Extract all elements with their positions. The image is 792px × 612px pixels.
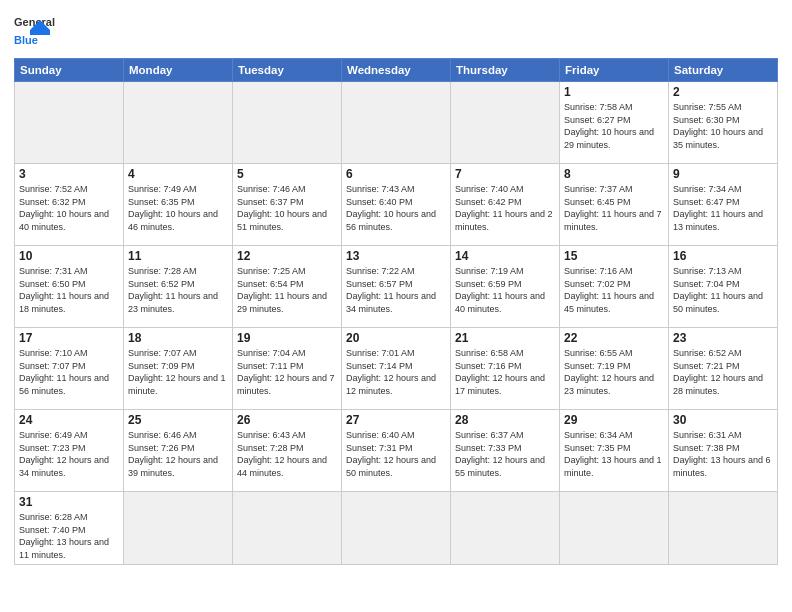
calendar-cell — [233, 82, 342, 164]
day-info: Sunrise: 7:07 AM Sunset: 7:09 PM Dayligh… — [128, 347, 228, 397]
day-number: 27 — [346, 413, 446, 427]
calendar-cell — [124, 82, 233, 164]
calendar-cell — [451, 492, 560, 565]
day-info: Sunrise: 7:52 AM Sunset: 6:32 PM Dayligh… — [19, 183, 119, 233]
calendar-cell — [342, 492, 451, 565]
page: General Blue SundayMondayTuesdayWednesda… — [0, 0, 792, 612]
day-info: Sunrise: 7:34 AM Sunset: 6:47 PM Dayligh… — [673, 183, 773, 233]
day-info: Sunrise: 7:16 AM Sunset: 7:02 PM Dayligh… — [564, 265, 664, 315]
day-number: 16 — [673, 249, 773, 263]
day-info: Sunrise: 7:46 AM Sunset: 6:37 PM Dayligh… — [237, 183, 337, 233]
day-number: 15 — [564, 249, 664, 263]
day-number: 9 — [673, 167, 773, 181]
calendar-cell: 28Sunrise: 6:37 AM Sunset: 7:33 PM Dayli… — [451, 410, 560, 492]
calendar-cell: 7Sunrise: 7:40 AM Sunset: 6:42 PM Daylig… — [451, 164, 560, 246]
calendar-cell: 27Sunrise: 6:40 AM Sunset: 7:31 PM Dayli… — [342, 410, 451, 492]
day-info: Sunrise: 7:31 AM Sunset: 6:50 PM Dayligh… — [19, 265, 119, 315]
calendar-cell — [560, 492, 669, 565]
calendar-week-3: 10Sunrise: 7:31 AM Sunset: 6:50 PM Dayli… — [15, 246, 778, 328]
day-info: Sunrise: 7:37 AM Sunset: 6:45 PM Dayligh… — [564, 183, 664, 233]
day-number: 23 — [673, 331, 773, 345]
calendar-cell: 29Sunrise: 6:34 AM Sunset: 7:35 PM Dayli… — [560, 410, 669, 492]
day-number: 25 — [128, 413, 228, 427]
calendar-cell — [233, 492, 342, 565]
weekday-header-saturday: Saturday — [669, 59, 778, 82]
weekday-header-tuesday: Tuesday — [233, 59, 342, 82]
day-number: 24 — [19, 413, 119, 427]
calendar-cell: 13Sunrise: 7:22 AM Sunset: 6:57 PM Dayli… — [342, 246, 451, 328]
generalblue-logo-icon: General Blue — [14, 10, 64, 52]
calendar-cell: 4Sunrise: 7:49 AM Sunset: 6:35 PM Daylig… — [124, 164, 233, 246]
calendar-cell: 2Sunrise: 7:55 AM Sunset: 6:30 PM Daylig… — [669, 82, 778, 164]
day-number: 1 — [564, 85, 664, 99]
day-number: 22 — [564, 331, 664, 345]
day-number: 17 — [19, 331, 119, 345]
day-number: 13 — [346, 249, 446, 263]
calendar-week-6: 31Sunrise: 6:28 AM Sunset: 7:40 PM Dayli… — [15, 492, 778, 565]
day-info: Sunrise: 7:25 AM Sunset: 6:54 PM Dayligh… — [237, 265, 337, 315]
calendar-cell: 10Sunrise: 7:31 AM Sunset: 6:50 PM Dayli… — [15, 246, 124, 328]
weekday-header-friday: Friday — [560, 59, 669, 82]
day-info: Sunrise: 7:10 AM Sunset: 7:07 PM Dayligh… — [19, 347, 119, 397]
day-info: Sunrise: 6:46 AM Sunset: 7:26 PM Dayligh… — [128, 429, 228, 479]
day-info: Sunrise: 6:34 AM Sunset: 7:35 PM Dayligh… — [564, 429, 664, 479]
calendar-week-5: 24Sunrise: 6:49 AM Sunset: 7:23 PM Dayli… — [15, 410, 778, 492]
calendar-cell: 3Sunrise: 7:52 AM Sunset: 6:32 PM Daylig… — [15, 164, 124, 246]
day-info: Sunrise: 6:58 AM Sunset: 7:16 PM Dayligh… — [455, 347, 555, 397]
day-info: Sunrise: 7:28 AM Sunset: 6:52 PM Dayligh… — [128, 265, 228, 315]
weekday-header-thursday: Thursday — [451, 59, 560, 82]
day-info: Sunrise: 7:22 AM Sunset: 6:57 PM Dayligh… — [346, 265, 446, 315]
day-info: Sunrise: 6:52 AM Sunset: 7:21 PM Dayligh… — [673, 347, 773, 397]
calendar-cell: 14Sunrise: 7:19 AM Sunset: 6:59 PM Dayli… — [451, 246, 560, 328]
calendar-cell: 23Sunrise: 6:52 AM Sunset: 7:21 PM Dayli… — [669, 328, 778, 410]
calendar-cell: 25Sunrise: 6:46 AM Sunset: 7:26 PM Dayli… — [124, 410, 233, 492]
calendar-cell: 30Sunrise: 6:31 AM Sunset: 7:38 PM Dayli… — [669, 410, 778, 492]
day-number: 20 — [346, 331, 446, 345]
calendar-cell: 31Sunrise: 6:28 AM Sunset: 7:40 PM Dayli… — [15, 492, 124, 565]
day-number: 6 — [346, 167, 446, 181]
day-number: 30 — [673, 413, 773, 427]
calendar-week-4: 17Sunrise: 7:10 AM Sunset: 7:07 PM Dayli… — [15, 328, 778, 410]
day-number: 10 — [19, 249, 119, 263]
svg-text:Blue: Blue — [14, 34, 38, 46]
calendar-cell: 15Sunrise: 7:16 AM Sunset: 7:02 PM Dayli… — [560, 246, 669, 328]
day-info: Sunrise: 6:28 AM Sunset: 7:40 PM Dayligh… — [19, 511, 119, 561]
day-number: 12 — [237, 249, 337, 263]
day-number: 8 — [564, 167, 664, 181]
day-info: Sunrise: 7:43 AM Sunset: 6:40 PM Dayligh… — [346, 183, 446, 233]
day-number: 14 — [455, 249, 555, 263]
calendar-cell — [124, 492, 233, 565]
calendar-cell: 22Sunrise: 6:55 AM Sunset: 7:19 PM Dayli… — [560, 328, 669, 410]
day-number: 19 — [237, 331, 337, 345]
day-info: Sunrise: 7:19 AM Sunset: 6:59 PM Dayligh… — [455, 265, 555, 315]
weekday-header-row: SundayMondayTuesdayWednesdayThursdayFrid… — [15, 59, 778, 82]
day-info: Sunrise: 6:40 AM Sunset: 7:31 PM Dayligh… — [346, 429, 446, 479]
weekday-header-monday: Monday — [124, 59, 233, 82]
day-number: 29 — [564, 413, 664, 427]
calendar-cell — [342, 82, 451, 164]
calendar-cell: 12Sunrise: 7:25 AM Sunset: 6:54 PM Dayli… — [233, 246, 342, 328]
calendar-cell: 26Sunrise: 6:43 AM Sunset: 7:28 PM Dayli… — [233, 410, 342, 492]
calendar-cell: 19Sunrise: 7:04 AM Sunset: 7:11 PM Dayli… — [233, 328, 342, 410]
calendar-cell: 21Sunrise: 6:58 AM Sunset: 7:16 PM Dayli… — [451, 328, 560, 410]
day-number: 2 — [673, 85, 773, 99]
calendar-cell: 6Sunrise: 7:43 AM Sunset: 6:40 PM Daylig… — [342, 164, 451, 246]
calendar-cell: 1Sunrise: 7:58 AM Sunset: 6:27 PM Daylig… — [560, 82, 669, 164]
day-info: Sunrise: 7:13 AM Sunset: 7:04 PM Dayligh… — [673, 265, 773, 315]
day-number: 21 — [455, 331, 555, 345]
day-number: 18 — [128, 331, 228, 345]
day-info: Sunrise: 6:31 AM Sunset: 7:38 PM Dayligh… — [673, 429, 773, 479]
calendar-cell: 5Sunrise: 7:46 AM Sunset: 6:37 PM Daylig… — [233, 164, 342, 246]
calendar-table: SundayMondayTuesdayWednesdayThursdayFrid… — [14, 58, 778, 565]
day-info: Sunrise: 7:04 AM Sunset: 7:11 PM Dayligh… — [237, 347, 337, 397]
calendar-cell — [15, 82, 124, 164]
day-info: Sunrise: 7:55 AM Sunset: 6:30 PM Dayligh… — [673, 101, 773, 151]
day-number: 3 — [19, 167, 119, 181]
calendar-cell — [451, 82, 560, 164]
day-info: Sunrise: 7:49 AM Sunset: 6:35 PM Dayligh… — [128, 183, 228, 233]
day-info: Sunrise: 6:55 AM Sunset: 7:19 PM Dayligh… — [564, 347, 664, 397]
calendar-cell — [669, 492, 778, 565]
day-info: Sunrise: 6:49 AM Sunset: 7:23 PM Dayligh… — [19, 429, 119, 479]
calendar-cell: 16Sunrise: 7:13 AM Sunset: 7:04 PM Dayli… — [669, 246, 778, 328]
calendar-week-2: 3Sunrise: 7:52 AM Sunset: 6:32 PM Daylig… — [15, 164, 778, 246]
